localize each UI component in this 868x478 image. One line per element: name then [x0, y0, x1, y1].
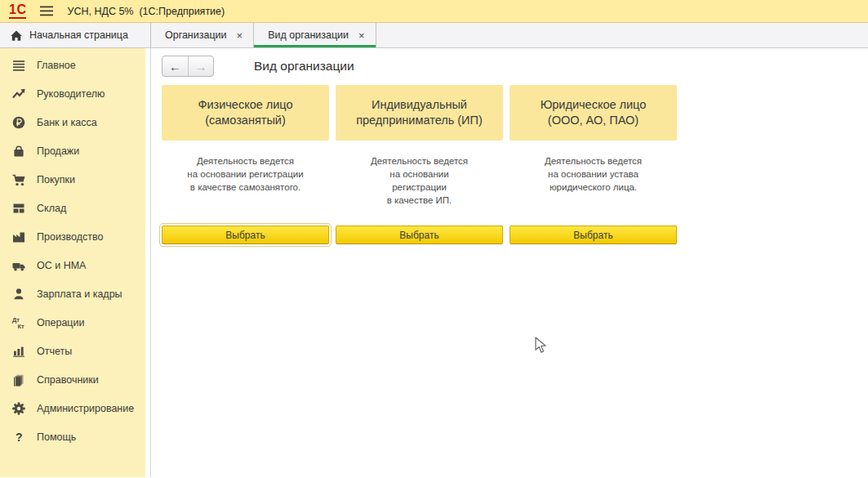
window-body: Главное Руководителю Б	[0, 48, 868, 477]
sidebar-item-label: Зарплата и кадры	[37, 288, 122, 300]
svg-text:?: ?	[16, 431, 23, 444]
app-title: УСН, НДС 5% (1С:Предприятие)	[67, 6, 225, 17]
debit-credit-icon: Дт Кт	[11, 315, 27, 330]
person-icon	[11, 287, 27, 302]
home-tab-label: Начальная страница	[29, 29, 128, 41]
back-button[interactable]: ←	[162, 56, 188, 76]
sidebar-item-label: Администрирование	[37, 403, 134, 414]
select-button-entrepreneur[interactable]: Выбрать	[336, 226, 503, 244]
sidebar-item-reports[interactable]: Отчеты	[0, 337, 145, 365]
card-title: Физическое лицо (самозанятый)	[162, 85, 329, 141]
close-tab-icon[interactable]: ×	[358, 30, 365, 41]
sidebar-item-label: Покупки	[37, 174, 75, 185]
sidebar-item-payroll-hr[interactable]: Зарплата и кадры	[0, 279, 145, 308]
hamburger-icon	[40, 6, 53, 16]
sidebar-item-fixed-assets[interactable]: ОС и НМА	[0, 251, 145, 279]
sidebar-item-label: Главное	[37, 60, 76, 71]
sidebar-item-warehouse[interactable]: Склад	[0, 194, 145, 222]
question-icon: ?	[11, 430, 27, 444]
main-menu-button[interactable]	[40, 6, 53, 16]
forward-button[interactable]: →	[188, 56, 213, 76]
card-individual-entrepreneur: Индивидуальный предприниматель (ИП) Деят…	[336, 85, 503, 244]
sidebar-item-purchases[interactable]: Покупки	[0, 165, 145, 194]
sidebar-item-label: Операции	[37, 317, 84, 328]
card-description: Деятельность ведется на основании регист…	[162, 141, 329, 226]
tab-bar: Начальная страница Организации × Вид орг…	[0, 23, 868, 48]
shopping-bag-icon	[11, 144, 27, 159]
sidebar-item-label: Производство	[37, 231, 104, 243]
history-nav: ← →	[162, 56, 214, 77]
gear-icon	[11, 401, 27, 416]
sidebar-item-label: ОС и НМА	[37, 260, 86, 271]
content-area: ← → Вид организации Физическое лицо (сам…	[151, 48, 868, 477]
home-tab[interactable]: Начальная страница	[0, 23, 151, 47]
sidebar-item-label: Склад	[37, 203, 66, 214]
factory-icon	[11, 230, 27, 244]
sidebar-item-production[interactable]: Производство	[0, 222, 145, 251]
content-toolbar: ← → Вид организации	[162, 56, 868, 77]
tab-organization-type[interactable]: Вид организации ×	[254, 23, 376, 47]
title-bar: 1С УСН, НДС 5% (1С:Предприятие)	[0, 0, 868, 23]
active-tab-underline	[254, 45, 376, 47]
card-individual-selfemployed: Физическое лицо (самозанятый) Деятельнос…	[162, 85, 329, 244]
page-title: Вид организации	[254, 59, 354, 74]
organization-type-cards: Физическое лицо (самозанятый) Деятельнос…	[162, 85, 868, 244]
select-button-legal-entity[interactable]: Выбрать	[510, 226, 677, 244]
tab-label: Вид организации	[268, 29, 349, 41]
card-title: Юридическое лицо (ООО, АО, ПАО)	[510, 85, 677, 141]
app-window: 1С УСН, НДС 5% (1С:Предприятие) Начальна…	[0, 0, 868, 478]
sidebar-item-label: Руководителю	[37, 88, 105, 100]
card-legal-entity: Юридическое лицо (ООО, АО, ПАО) Деятельн…	[510, 85, 677, 244]
sidebar-item-label: Продажи	[37, 145, 79, 157]
sidebar-item-label: Помощь	[37, 431, 76, 443]
tab-organizations[interactable]: Организации ×	[151, 23, 254, 47]
ruble-circle-icon	[11, 115, 27, 130]
sidebar-divider	[145, 48, 151, 477]
sidebar-item-label: Банк и касса	[37, 117, 97, 128]
warehouse-icon	[11, 201, 27, 216]
books-icon	[11, 373, 27, 387]
trend-chart-icon	[11, 87, 27, 101]
card-description: Деятельность ведется на основании регист…	[336, 141, 503, 226]
svg-text:Кт: Кт	[18, 323, 25, 330]
sidebar-item-administration[interactable]: Администрирование	[0, 394, 145, 422]
1c-logo: 1С	[9, 3, 26, 19]
sidebar-item-manager[interactable]: Руководителю	[0, 79, 145, 108]
bar-chart-icon	[11, 344, 27, 359]
select-button-selfemployed[interactable]: Выбрать	[162, 226, 329, 244]
sidebar-item-bank-cash[interactable]: Банк и касса	[0, 108, 145, 136]
home-icon	[11, 30, 22, 41]
tab-label: Организации	[165, 29, 227, 41]
menu-lines-icon	[11, 58, 27, 73]
card-title: Индивидуальный предприниматель (ИП)	[336, 85, 503, 141]
sidebar-item-main[interactable]: Главное	[0, 51, 145, 79]
sidebar-item-help[interactable]: ? Помощь	[0, 422, 145, 451]
close-tab-icon[interactable]: ×	[237, 30, 243, 41]
section-sidebar: Главное Руководителю Б	[0, 48, 145, 477]
shopping-cart-icon	[11, 172, 27, 187]
sidebar-item-label: Справочники	[37, 374, 99, 386]
sidebar-item-label: Отчеты	[37, 346, 72, 357]
card-description: Деятельность ведется на основании устава…	[510, 141, 677, 226]
sidebar-item-directories[interactable]: Справочники	[0, 365, 145, 394]
truck-icon	[11, 258, 27, 273]
sidebar-item-sales[interactable]: Продажи	[0, 136, 145, 165]
sidebar-item-operations[interactable]: Дт Кт Операции	[0, 308, 145, 337]
